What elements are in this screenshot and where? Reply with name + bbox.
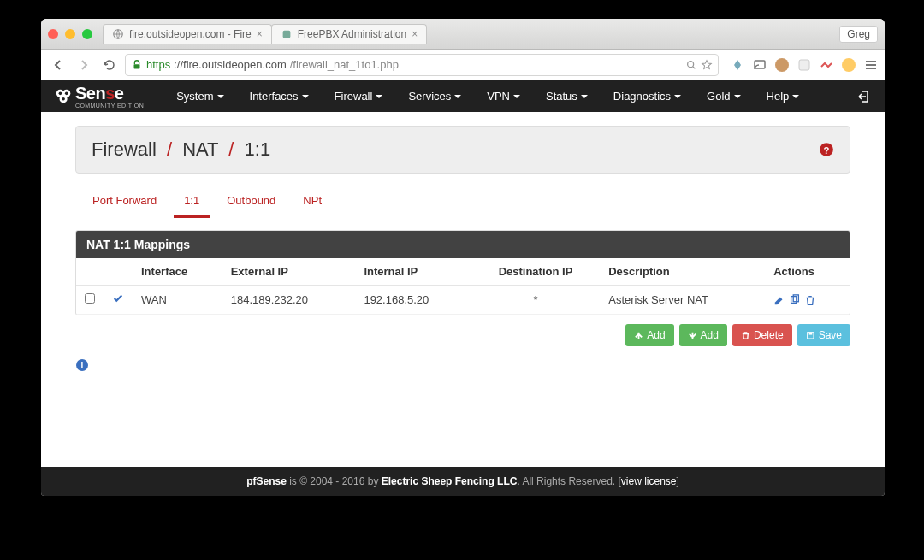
col-interface: Interface xyxy=(133,258,222,286)
cast-icon[interactable] xyxy=(753,58,767,72)
edition-text: COMMUNITY EDITION xyxy=(75,103,144,109)
delete-button[interactable]: Delete xyxy=(732,324,792,346)
pbx-icon xyxy=(281,28,293,40)
forward-button[interactable] xyxy=(74,55,94,75)
svg-rect-4 xyxy=(755,61,765,68)
nav-vpn[interactable]: VPN xyxy=(475,81,532,111)
logout-icon[interactable] xyxy=(857,90,871,103)
svg-point-11 xyxy=(62,97,65,100)
address-bar[interactable]: https://fire.outsideopen.com/firewall_na… xyxy=(125,54,719,76)
search-icon[interactable] xyxy=(685,59,697,71)
svg-rect-1 xyxy=(282,31,290,38)
col-status xyxy=(104,258,133,286)
svg-point-9 xyxy=(59,91,62,95)
table-row: WAN 184.189.232.20 192.168.5.20 * Asteri… xyxy=(76,286,850,315)
col-internal: Internal IP xyxy=(355,258,471,286)
footer: pfSense is © 2004 - 2016 by Electric She… xyxy=(41,467,885,496)
window-zoom-button[interactable] xyxy=(82,29,92,39)
url-host: ://fire.outsideopen.com xyxy=(174,58,287,71)
app-navbar: Sense COMMUNITY EDITION System Interface… xyxy=(41,80,885,112)
brand-text: s xyxy=(105,84,115,103)
footer-brand: pfSense xyxy=(246,475,287,487)
cell-interface: WAN xyxy=(133,286,222,315)
browser-tab[interactable]: FreePBX Administration × xyxy=(271,24,427,44)
col-desc: Description xyxy=(600,258,765,286)
close-icon[interactable]: × xyxy=(412,28,418,40)
browser-toolbar: https://fire.outsideopen.com/firewall_na… xyxy=(41,50,885,80)
nav-diagnostics[interactable]: Diagnostics xyxy=(601,81,693,111)
sub-tabs: Port Forward 1:1 Outbound NPt xyxy=(75,186,850,218)
breadcrumb[interactable]: Firewall xyxy=(92,139,157,160)
url-scheme: https xyxy=(146,58,170,71)
ext-icon[interactable] xyxy=(842,58,856,72)
save-button[interactable]: Save xyxy=(797,324,850,346)
cell-desc: Asterisk Server NAT xyxy=(600,286,765,315)
back-button[interactable] xyxy=(48,55,68,75)
lock-icon xyxy=(131,59,143,71)
mappings-table: Interface External IP Internal IP Destin… xyxy=(76,258,850,315)
globe-icon xyxy=(112,28,124,40)
copy-icon[interactable] xyxy=(789,294,801,306)
logo[interactable]: Sense COMMUNITY EDITION xyxy=(55,84,144,109)
breadcrumb: 1:1 xyxy=(245,139,271,160)
svg-point-3 xyxy=(688,61,694,67)
add-bottom-button[interactable]: Add xyxy=(679,324,727,346)
tab-title: FreePBX Administration xyxy=(298,28,406,40)
titlebar: fire.outsideopen.com - Fire × FreePBX Ad… xyxy=(41,19,885,50)
close-icon[interactable]: × xyxy=(257,28,263,40)
edit-icon[interactable] xyxy=(773,294,785,306)
reload-button[interactable] xyxy=(99,55,120,75)
tab-title: fire.outsideopen.com - Fire xyxy=(129,28,252,40)
url-path: /firewall_nat_1to1.php xyxy=(290,58,399,71)
svg-rect-17 xyxy=(808,332,812,334)
nav-interfaces[interactable]: Interfaces xyxy=(238,81,321,111)
nav-system[interactable]: System xyxy=(164,81,235,111)
menu-icon[interactable] xyxy=(864,58,878,72)
add-top-button[interactable]: Add xyxy=(625,324,673,346)
nav-status[interactable]: Status xyxy=(534,81,600,111)
nav-help[interactable]: Help xyxy=(755,81,812,111)
footer-company: Electric Sheep Fencing LLC xyxy=(382,475,518,487)
browser-window: fire.outsideopen.com - Fire × FreePBX Ad… xyxy=(41,19,885,496)
col-dest: Destination IP xyxy=(471,258,601,286)
ext-icon[interactable] xyxy=(797,58,811,72)
nav-gold[interactable]: Gold xyxy=(695,81,752,111)
page-header: Firewall / NAT / 1:1 ? xyxy=(75,126,850,174)
browser-tab-active[interactable]: fire.outsideopen.com - Fire × xyxy=(103,24,272,44)
svg-rect-2 xyxy=(134,64,140,68)
ext-icon[interactable] xyxy=(820,58,833,72)
check-icon[interactable] xyxy=(112,292,124,304)
mappings-panel: NAT 1:1 Mappings Interface External IP I… xyxy=(75,230,850,315)
profile-badge[interactable]: Greg xyxy=(839,26,878,43)
cell-dest: * xyxy=(471,286,601,315)
extension-icons xyxy=(731,58,878,72)
breadcrumb[interactable]: NAT xyxy=(182,139,218,160)
help-icon[interactable]: ? xyxy=(819,142,834,157)
ext-icon[interactable] xyxy=(731,58,744,72)
window-minimize-button[interactable] xyxy=(65,29,75,39)
svg-text:?: ? xyxy=(824,145,830,156)
ext-icon[interactable] xyxy=(775,58,789,72)
tab-npt[interactable]: NPt xyxy=(293,186,332,218)
cell-internal: 192.168.5.20 xyxy=(355,286,471,315)
svg-point-10 xyxy=(65,91,68,95)
trash-icon[interactable] xyxy=(804,294,816,306)
panel-title: NAT 1:1 Mappings xyxy=(76,231,850,258)
col-select xyxy=(76,258,104,286)
tab-port-forward[interactable]: Port Forward xyxy=(82,186,167,218)
nav-services[interactable]: Services xyxy=(396,81,473,111)
info-icon[interactable]: i xyxy=(75,358,89,372)
view-license-link[interactable]: view license xyxy=(621,475,677,487)
tab-1to1[interactable]: 1:1 xyxy=(174,186,210,218)
tab-outbound[interactable]: Outbound xyxy=(216,186,286,218)
col-external: External IP xyxy=(222,258,356,286)
brand-text: e xyxy=(115,84,124,103)
row-checkbox[interactable] xyxy=(85,293,95,304)
col-actions: Actions xyxy=(765,258,850,286)
svg-text:i: i xyxy=(81,361,84,370)
window-close-button[interactable] xyxy=(48,29,58,39)
star-icon[interactable] xyxy=(701,59,713,71)
logo-icon xyxy=(55,87,74,106)
cell-external: 184.189.232.20 xyxy=(222,286,356,315)
nav-firewall[interactable]: Firewall xyxy=(323,81,395,111)
